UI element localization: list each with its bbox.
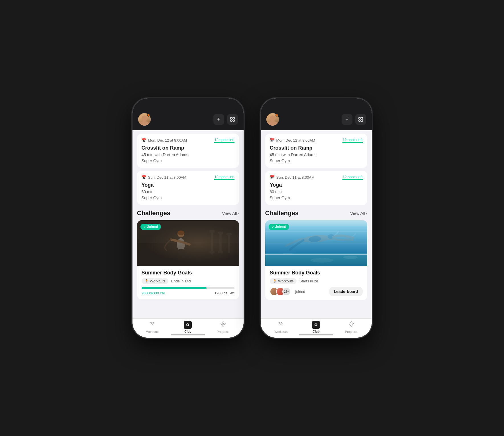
expand-button-left[interactable] [227,114,238,125]
screen-left: + 📅 Mon, Dec 12 at 8:00AM [132,98,244,338]
scroll-content-right[interactable]: 📅 Mon, Dec 12 at 8:00AM 12 spots left Cr… [261,130,372,318]
workout-name-2-right: Yoga [270,182,363,188]
svg-rect-7 [209,230,215,233]
home-indicator-right [299,334,333,335]
svg-rect-11 [218,251,223,253]
notification-dot-left [147,114,150,117]
joined-badge-right: ✓ Joined [269,224,289,230]
chevron-right-icon-left: › [238,211,239,216]
workout-card-header-2-right: 📅 Sun, Dec 11 at 8:00AM 12 spots left [270,175,363,180]
avatar-left[interactable] [138,113,151,126]
spots-left-1-right: 12 spots left [342,138,362,143]
svg-rect-9 [219,233,222,253]
nav-club-left[interactable]: Club [170,321,205,333]
workout-gym-2-right: Super Gym [270,195,363,201]
phone-left: + 📅 Mon, Dec 12 at 8:00AM [132,98,244,338]
notch-right [295,98,338,107]
svg-point-14 [177,231,184,237]
expand-button-right[interactable] [355,114,366,125]
challenge-name-right: Summer Body Goals [270,270,363,276]
svg-rect-27 [359,120,360,121]
workout-card-header-2-left: 📅 Sun, Dec 11 at 8:00AM 12 spots left [142,175,234,180]
svg-rect-26 [361,117,363,119]
avatars-group-right: 28+ [270,287,289,296]
svg-rect-2 [230,120,232,121]
workout-name-1-right: Crossfit on Ramp [270,145,363,151]
workout-detail-1-left: 45 min with Darren Adams [142,152,234,158]
nav-progress-label-right: Progress [345,330,358,333]
header-buttons-left: + [213,114,238,125]
nav-workouts-left[interactable]: Workouts [135,321,170,333]
mini-avatar-count-right: 28+ [282,287,291,296]
svg-point-33 [293,239,339,242]
workout-card-header-1-right: 📅 Mon, Dec 12 at 8:00AM 12 spots left [270,138,363,143]
workout-date-text-1-right: Mon, Dec 12 at 8:00AM [276,138,315,142]
svg-rect-3 [233,120,234,121]
avatar-right[interactable] [266,113,279,126]
challenge-name-left: Summer Body Goals [142,270,234,276]
nav-progress-left[interactable]: Progress [205,321,240,333]
challenge-card-right[interactable]: ✓ Joined Summer Body Goals 🏃 Workouts St… [265,220,367,300]
challenge-body-right: Summer Body Goals 🏃 Workouts Starts in 2… [265,266,367,300]
add-button-right[interactable]: + [342,114,352,125]
svg-point-37 [326,234,335,241]
scroll-content-left[interactable]: 📅 Mon, Dec 12 at 8:00AM 12 spots left Cr… [132,130,244,318]
nav-workouts-right[interactable]: Workouts [264,321,299,333]
workout-gym-2-left: Super Gym [142,195,234,201]
progress-labels-left: 2800/4000 cal 1200 cal left [142,291,234,295]
workout-date-1-left: 📅 Mon, Dec 12 at 8:00AM [142,138,187,142]
leaderboard-button-right[interactable]: Leaderboard [329,287,363,296]
ends-text-left: Ends in 14d [171,279,191,283]
workout-detail-1-right: 45 min with Darren Adams [270,152,363,158]
workout-card-1-right: 📅 Mon, Dec 12 at 8:00AM 12 spots left Cr… [265,134,367,168]
svg-line-21 [182,250,187,257]
workout-tag-left: 🏃 Workouts [142,278,168,284]
nav-progress-right[interactable]: Progress [334,321,369,333]
challenges-title-left: Challenges [137,209,170,217]
progress-icon-left [220,321,227,329]
nav-club-right[interactable]: Club [299,321,334,333]
phone-right: + 📅 Mon, Dec 12 at 8:00AM [261,98,372,338]
progress-current-left: 2800/4000 cal [142,291,165,295]
challenges-title-right: Challenges [265,209,299,217]
svg-point-39 [308,236,321,243]
screen-right: + 📅 Mon, Dec 12 at 8:00AM [261,98,372,338]
workout-date-1-right: 📅 Mon, Dec 12 at 8:00AM [270,138,315,142]
nav-progress-label-left: Progress [217,330,229,333]
progress-remaining-left: 1200 cal left [214,291,234,295]
starts-text-right: Starts in 2d [299,279,318,283]
svg-rect-1 [233,117,234,119]
challenges-header-right: Challenges View All › [265,209,367,217]
challenge-card-left[interactable]: ✓ Joined Summer Body Goals 🏃 Workouts En… [137,220,239,299]
add-button-left[interactable]: + [213,114,224,125]
progress-bar-bg-left [142,287,234,289]
workout-card-1-left: 📅 Mon, Dec 12 at 8:00AM 12 spots left Cr… [137,134,239,168]
svg-point-42 [311,258,333,262]
challenge-image-left: ✓ Joined [137,220,239,266]
svg-rect-13 [227,233,232,235]
progress-bar-fill-left [142,287,207,289]
calendar-icon-2-right: 📅 [270,175,275,180]
spots-left-2-left: 12 spots left [214,175,234,180]
workout-card-header-1-left: 📅 Mon, Dec 12 at 8:00AM 12 spots left [142,138,234,143]
workout-date-2-right: 📅 Sun, Dec 11 at 8:00AM [270,175,315,180]
svg-point-23 [177,231,184,235]
joined-badge-left: ✓ Joined [140,224,161,230]
challenge-body-left: Summer Body Goals 🏃 Workouts Ends in 14d… [137,266,239,299]
workout-detail-2-left: 60 min [142,189,234,195]
progress-section-left: 2800/4000 cal 1200 cal left [142,287,234,295]
svg-point-36 [302,234,331,244]
calendar-icon-2-left: 📅 [142,175,146,180]
view-all-left[interactable]: View All › [222,211,239,216]
nav-workouts-label-right: Workouts [274,330,287,333]
club-dot-right [315,323,317,326]
svg-rect-25 [359,117,360,119]
svg-line-20 [170,259,174,262]
workout-date-2-left: 📅 Sun, Dec 11 at 8:00AM [142,175,186,180]
nav-workouts-label-left: Workouts [146,330,159,333]
workout-card-2-left: 📅 Sun, Dec 11 at 8:00AM 12 spots left Yo… [137,171,239,205]
svg-line-17 [171,240,181,242]
club-icon-right [312,321,320,329]
view-all-right[interactable]: View All › [350,211,367,216]
svg-line-19 [174,250,180,259]
